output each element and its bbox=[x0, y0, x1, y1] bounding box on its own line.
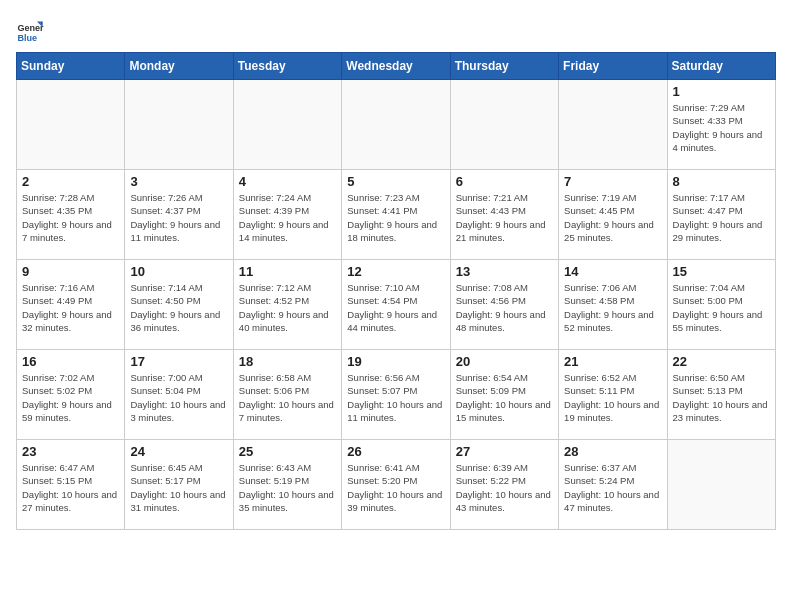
day-info: Sunrise: 6:45 AM Sunset: 5:17 PM Dayligh… bbox=[130, 461, 227, 514]
day-cell: 21Sunrise: 6:52 AM Sunset: 5:11 PM Dayli… bbox=[559, 350, 667, 440]
weekday-header-saturday: Saturday bbox=[667, 53, 775, 80]
day-cell: 7Sunrise: 7:19 AM Sunset: 4:45 PM Daylig… bbox=[559, 170, 667, 260]
day-cell: 4Sunrise: 7:24 AM Sunset: 4:39 PM Daylig… bbox=[233, 170, 341, 260]
day-cell: 3Sunrise: 7:26 AM Sunset: 4:37 PM Daylig… bbox=[125, 170, 233, 260]
day-number: 14 bbox=[564, 264, 661, 279]
weekday-header-monday: Monday bbox=[125, 53, 233, 80]
day-number: 11 bbox=[239, 264, 336, 279]
day-cell: 10Sunrise: 7:14 AM Sunset: 4:50 PM Dayli… bbox=[125, 260, 233, 350]
day-number: 3 bbox=[130, 174, 227, 189]
logo-icon: General Blue bbox=[16, 16, 44, 44]
calendar-table: SundayMondayTuesdayWednesdayThursdayFrid… bbox=[16, 52, 776, 530]
day-cell bbox=[450, 80, 558, 170]
day-cell: 16Sunrise: 7:02 AM Sunset: 5:02 PM Dayli… bbox=[17, 350, 125, 440]
day-cell: 26Sunrise: 6:41 AM Sunset: 5:20 PM Dayli… bbox=[342, 440, 450, 530]
weekday-header-row: SundayMondayTuesdayWednesdayThursdayFrid… bbox=[17, 53, 776, 80]
day-number: 21 bbox=[564, 354, 661, 369]
day-number: 27 bbox=[456, 444, 553, 459]
day-cell bbox=[233, 80, 341, 170]
day-cell: 18Sunrise: 6:58 AM Sunset: 5:06 PM Dayli… bbox=[233, 350, 341, 440]
day-number: 20 bbox=[456, 354, 553, 369]
weekday-header-sunday: Sunday bbox=[17, 53, 125, 80]
day-info: Sunrise: 6:41 AM Sunset: 5:20 PM Dayligh… bbox=[347, 461, 444, 514]
day-cell: 22Sunrise: 6:50 AM Sunset: 5:13 PM Dayli… bbox=[667, 350, 775, 440]
day-number: 1 bbox=[673, 84, 770, 99]
day-info: Sunrise: 7:10 AM Sunset: 4:54 PM Dayligh… bbox=[347, 281, 444, 334]
week-row-5: 23Sunrise: 6:47 AM Sunset: 5:15 PM Dayli… bbox=[17, 440, 776, 530]
day-number: 6 bbox=[456, 174, 553, 189]
day-cell: 20Sunrise: 6:54 AM Sunset: 5:09 PM Dayli… bbox=[450, 350, 558, 440]
day-info: Sunrise: 7:16 AM Sunset: 4:49 PM Dayligh… bbox=[22, 281, 119, 334]
day-info: Sunrise: 6:47 AM Sunset: 5:15 PM Dayligh… bbox=[22, 461, 119, 514]
day-number: 12 bbox=[347, 264, 444, 279]
day-number: 5 bbox=[347, 174, 444, 189]
day-number: 22 bbox=[673, 354, 770, 369]
day-info: Sunrise: 7:24 AM Sunset: 4:39 PM Dayligh… bbox=[239, 191, 336, 244]
day-info: Sunrise: 7:29 AM Sunset: 4:33 PM Dayligh… bbox=[673, 101, 770, 154]
day-cell bbox=[667, 440, 775, 530]
day-cell bbox=[559, 80, 667, 170]
day-number: 16 bbox=[22, 354, 119, 369]
day-number: 13 bbox=[456, 264, 553, 279]
page-header: General Blue bbox=[16, 16, 776, 44]
day-cell: 27Sunrise: 6:39 AM Sunset: 5:22 PM Dayli… bbox=[450, 440, 558, 530]
day-number: 19 bbox=[347, 354, 444, 369]
week-row-2: 2Sunrise: 7:28 AM Sunset: 4:35 PM Daylig… bbox=[17, 170, 776, 260]
logo: General Blue bbox=[16, 16, 48, 44]
day-number: 7 bbox=[564, 174, 661, 189]
day-number: 9 bbox=[22, 264, 119, 279]
day-number: 4 bbox=[239, 174, 336, 189]
day-cell bbox=[17, 80, 125, 170]
day-info: Sunrise: 7:17 AM Sunset: 4:47 PM Dayligh… bbox=[673, 191, 770, 244]
day-number: 10 bbox=[130, 264, 227, 279]
day-number: 2 bbox=[22, 174, 119, 189]
day-cell: 6Sunrise: 7:21 AM Sunset: 4:43 PM Daylig… bbox=[450, 170, 558, 260]
day-info: Sunrise: 6:37 AM Sunset: 5:24 PM Dayligh… bbox=[564, 461, 661, 514]
day-cell: 2Sunrise: 7:28 AM Sunset: 4:35 PM Daylig… bbox=[17, 170, 125, 260]
weekday-header-tuesday: Tuesday bbox=[233, 53, 341, 80]
day-number: 17 bbox=[130, 354, 227, 369]
day-info: Sunrise: 6:52 AM Sunset: 5:11 PM Dayligh… bbox=[564, 371, 661, 424]
day-info: Sunrise: 7:02 AM Sunset: 5:02 PM Dayligh… bbox=[22, 371, 119, 424]
day-cell: 19Sunrise: 6:56 AM Sunset: 5:07 PM Dayli… bbox=[342, 350, 450, 440]
day-cell: 1Sunrise: 7:29 AM Sunset: 4:33 PM Daylig… bbox=[667, 80, 775, 170]
day-number: 25 bbox=[239, 444, 336, 459]
weekday-header-friday: Friday bbox=[559, 53, 667, 80]
day-cell: 25Sunrise: 6:43 AM Sunset: 5:19 PM Dayli… bbox=[233, 440, 341, 530]
day-cell: 14Sunrise: 7:06 AM Sunset: 4:58 PM Dayli… bbox=[559, 260, 667, 350]
weekday-header-wednesday: Wednesday bbox=[342, 53, 450, 80]
day-info: Sunrise: 7:28 AM Sunset: 4:35 PM Dayligh… bbox=[22, 191, 119, 244]
day-info: Sunrise: 7:08 AM Sunset: 4:56 PM Dayligh… bbox=[456, 281, 553, 334]
day-number: 15 bbox=[673, 264, 770, 279]
day-cell: 28Sunrise: 6:37 AM Sunset: 5:24 PM Dayli… bbox=[559, 440, 667, 530]
day-info: Sunrise: 7:26 AM Sunset: 4:37 PM Dayligh… bbox=[130, 191, 227, 244]
day-info: Sunrise: 6:58 AM Sunset: 5:06 PM Dayligh… bbox=[239, 371, 336, 424]
day-info: Sunrise: 6:50 AM Sunset: 5:13 PM Dayligh… bbox=[673, 371, 770, 424]
day-info: Sunrise: 6:56 AM Sunset: 5:07 PM Dayligh… bbox=[347, 371, 444, 424]
day-cell bbox=[125, 80, 233, 170]
day-cell: 15Sunrise: 7:04 AM Sunset: 5:00 PM Dayli… bbox=[667, 260, 775, 350]
week-row-1: 1Sunrise: 7:29 AM Sunset: 4:33 PM Daylig… bbox=[17, 80, 776, 170]
day-info: Sunrise: 7:00 AM Sunset: 5:04 PM Dayligh… bbox=[130, 371, 227, 424]
day-cell: 11Sunrise: 7:12 AM Sunset: 4:52 PM Dayli… bbox=[233, 260, 341, 350]
day-number: 24 bbox=[130, 444, 227, 459]
day-info: Sunrise: 7:23 AM Sunset: 4:41 PM Dayligh… bbox=[347, 191, 444, 244]
day-info: Sunrise: 7:12 AM Sunset: 4:52 PM Dayligh… bbox=[239, 281, 336, 334]
svg-text:Blue: Blue bbox=[17, 33, 37, 43]
day-info: Sunrise: 7:06 AM Sunset: 4:58 PM Dayligh… bbox=[564, 281, 661, 334]
day-info: Sunrise: 6:54 AM Sunset: 5:09 PM Dayligh… bbox=[456, 371, 553, 424]
week-row-4: 16Sunrise: 7:02 AM Sunset: 5:02 PM Dayli… bbox=[17, 350, 776, 440]
day-number: 18 bbox=[239, 354, 336, 369]
day-cell: 23Sunrise: 6:47 AM Sunset: 5:15 PM Dayli… bbox=[17, 440, 125, 530]
day-info: Sunrise: 7:21 AM Sunset: 4:43 PM Dayligh… bbox=[456, 191, 553, 244]
day-info: Sunrise: 6:43 AM Sunset: 5:19 PM Dayligh… bbox=[239, 461, 336, 514]
day-number: 26 bbox=[347, 444, 444, 459]
day-number: 28 bbox=[564, 444, 661, 459]
day-cell: 9Sunrise: 7:16 AM Sunset: 4:49 PM Daylig… bbox=[17, 260, 125, 350]
day-cell: 17Sunrise: 7:00 AM Sunset: 5:04 PM Dayli… bbox=[125, 350, 233, 440]
day-cell bbox=[342, 80, 450, 170]
day-info: Sunrise: 7:04 AM Sunset: 5:00 PM Dayligh… bbox=[673, 281, 770, 334]
day-info: Sunrise: 6:39 AM Sunset: 5:22 PM Dayligh… bbox=[456, 461, 553, 514]
day-cell: 13Sunrise: 7:08 AM Sunset: 4:56 PM Dayli… bbox=[450, 260, 558, 350]
day-info: Sunrise: 7:19 AM Sunset: 4:45 PM Dayligh… bbox=[564, 191, 661, 244]
